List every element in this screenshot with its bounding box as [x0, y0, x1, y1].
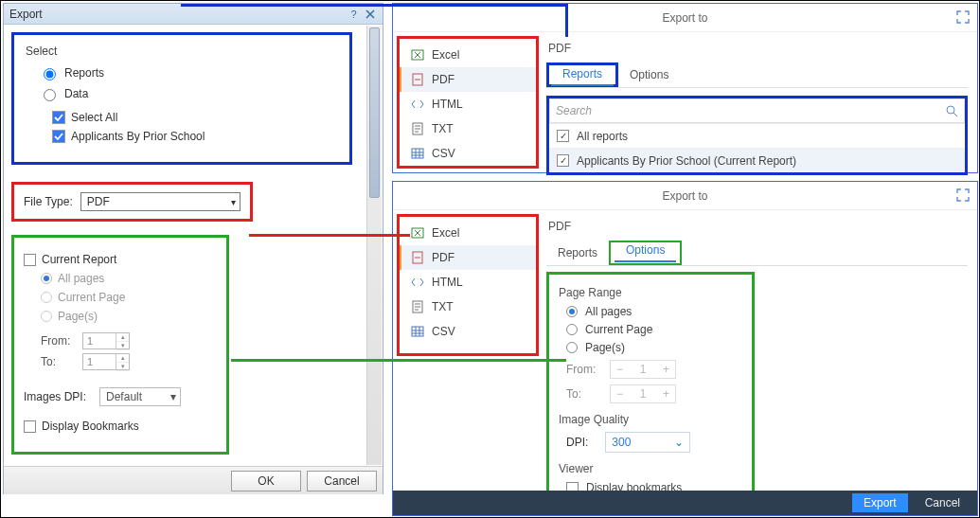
file-type-select[interactable]: PDF ▾ [80, 192, 241, 211]
checkbox-icon[interactable] [557, 130, 569, 142]
tab-options[interactable]: Options [615, 238, 676, 262]
from-stepper[interactable]: −1+ [610, 360, 676, 379]
format-csv[interactable]: CSV [400, 319, 536, 344]
tab-options[interactable]: Options [618, 63, 680, 87]
modern-export-panel-reports: Export to Excel PDF HTML TXT CSV PDF Rep… [392, 3, 978, 173]
radio-current-page[interactable]: Current Page [41, 291, 217, 304]
to-spinner[interactable]: 1 ▴▾ [82, 353, 130, 370]
format-excel[interactable]: Excel [400, 43, 536, 67]
check-applicants-label: Applicants By Prior School [71, 130, 205, 143]
format-html[interactable]: HTML [400, 92, 536, 116]
radio-icon[interactable] [41, 311, 52, 322]
tab-reports[interactable]: Reports [551, 62, 614, 86]
to-stepper[interactable]: −1+ [610, 384, 676, 403]
check-all-reports[interactable]: All reports [549, 123, 965, 148]
close-icon[interactable] [363, 8, 377, 21]
check-report-item[interactable]: Applicants By Prior School (Current Repo… [549, 148, 965, 172]
html-icon [411, 98, 424, 111]
radio-icon[interactable] [41, 273, 52, 284]
dpi-select[interactable]: Default ▾ [99, 387, 181, 406]
radio-reports-label: Reports [64, 66, 104, 80]
html-icon [411, 276, 424, 289]
format-csv[interactable]: CSV [400, 141, 536, 166]
from-label: From: [41, 334, 77, 348]
spin-down-icon[interactable]: ▾ [116, 342, 129, 350]
chevron-down-icon: ▾ [231, 197, 236, 207]
radio-all-pages[interactable]: All pages [566, 305, 742, 318]
plus-icon[interactable]: + [663, 363, 669, 376]
tabs: Reports Options [546, 241, 968, 266]
viewer-title: Viewer [559, 462, 742, 475]
expand-icon[interactable] [956, 10, 970, 27]
all-pages-label: All pages [58, 272, 104, 285]
connector-blue [181, 4, 567, 7]
radio-all-pages[interactable]: All pages [41, 272, 217, 285]
radio-pages[interactable]: Page(s) [566, 341, 742, 354]
pdf-icon [411, 251, 424, 264]
radio-icon[interactable] [41, 292, 52, 303]
radio-data-input[interactable] [44, 89, 56, 101]
panel-title: Export to [662, 11, 707, 25]
radio-current-page[interactable]: Current Page [566, 323, 742, 336]
radio-pages[interactable]: Page(s) [41, 310, 217, 323]
csv-icon [411, 147, 424, 160]
checkbox-icon[interactable] [52, 111, 65, 124]
radio-data-label: Data [64, 87, 88, 100]
txt-icon [411, 300, 424, 313]
format-excel[interactable]: Excel [400, 221, 536, 245]
checkbox-icon[interactable] [24, 420, 36, 433]
plus-icon[interactable]: + [663, 387, 669, 401]
check-bookmarks[interactable]: Display Bookmarks [24, 420, 217, 433]
format-txt[interactable]: TXT [400, 116, 536, 141]
check-select-all[interactable]: Select All [52, 111, 338, 124]
check-select-all-label: Select All [71, 111, 117, 124]
spin-up-icon[interactable]: ▴ [116, 333, 129, 342]
checkbox-icon[interactable] [557, 154, 569, 167]
svg-rect-8 [412, 327, 423, 336]
tab-reports[interactable]: Reports [546, 241, 609, 265]
images-dpi-label: Images DPI: [24, 390, 86, 403]
dpi-select[interactable]: 300 ⌄ [605, 432, 690, 453]
scrollbar[interactable] [366, 26, 382, 465]
format-txt[interactable]: TXT [400, 295, 536, 319]
check-applicants[interactable]: Applicants By Prior School [52, 130, 338, 143]
scroll-thumb[interactable] [369, 27, 380, 198]
connector-blue [565, 4, 568, 37]
radio-data[interactable]: Data [39, 86, 338, 101]
radio-reports-input[interactable] [44, 68, 56, 80]
spin-down-icon[interactable]: ▾ [116, 363, 129, 371]
radio-icon[interactable] [566, 342, 578, 353]
spin-up-icon[interactable]: ▴ [116, 354, 129, 363]
cancel-button[interactable]: Cancel [307, 471, 377, 491]
minus-icon[interactable]: − [616, 387, 623, 401]
radio-reports[interactable]: Reports [39, 65, 338, 80]
format-pdf[interactable]: PDF [400, 245, 536, 270]
help-icon[interactable]: ? [347, 8, 361, 21]
search-placeholder: Search [556, 104, 592, 117]
from-value: 1 [87, 335, 93, 347]
excel-icon [411, 226, 424, 240]
cancel-button[interactable]: Cancel [914, 493, 971, 512]
all-reports-label: All reports [577, 130, 628, 143]
from-label: From: [566, 363, 600, 376]
titlebar[interactable]: Export ? [4, 4, 383, 25]
ok-button[interactable]: OK [231, 471, 301, 491]
minus-icon[interactable]: − [616, 363, 623, 376]
format-heading: PDF [546, 38, 968, 57]
radio-icon[interactable] [566, 306, 578, 317]
export-button[interactable]: Export [852, 493, 908, 512]
format-html[interactable]: HTML [400, 270, 536, 295]
dpi-value: Default [106, 390, 142, 403]
check-current-report[interactable]: Current Report [24, 253, 217, 266]
checkbox-icon[interactable] [52, 130, 65, 143]
format-list: Excel PDF HTML TXT CSV [397, 214, 539, 356]
format-pdf[interactable]: PDF [400, 67, 536, 92]
page-range-title: Page Range [559, 286, 742, 299]
expand-icon[interactable] [956, 188, 970, 205]
radio-icon[interactable] [566, 324, 578, 335]
search-input[interactable]: Search [549, 98, 965, 123]
checkbox-icon[interactable] [24, 254, 36, 266]
panel-footer: Export Cancel [393, 491, 977, 515]
select-section: Select Reports Data Select All [11, 32, 352, 165]
from-spinner[interactable]: 1 ▴▾ [82, 332, 130, 349]
